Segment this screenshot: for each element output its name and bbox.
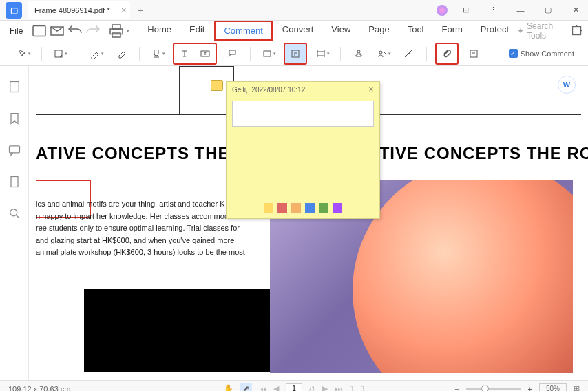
- open-icon[interactable]: [31, 23, 48, 39]
- tab-view[interactable]: View: [323, 21, 359, 41]
- sticky-note-popup: × Geili, 2022/08/07 10:12: [226, 81, 380, 219]
- kebab-menu-icon[interactable]: ⋮: [483, 1, 503, 20]
- zoom-in-button[interactable]: +: [528, 385, 532, 392]
- signature-tool[interactable]: ▾: [374, 45, 393, 63]
- close-window-button[interactable]: ✕: [566, 1, 585, 20]
- notification-icon[interactable]: ⊡: [456, 1, 475, 20]
- tab-tool[interactable]: Tool: [399, 21, 432, 41]
- color-blue[interactable]: [305, 203, 315, 213]
- undo-icon[interactable]: [67, 23, 83, 39]
- zoom-slider-thumb[interactable]: [481, 385, 489, 391]
- select-tool[interactable]: ▾: [14, 45, 33, 63]
- textbox-tool[interactable]: [196, 45, 215, 63]
- highlight-tool[interactable]: ▾: [87, 45, 106, 63]
- note-author: Geili,: [232, 86, 248, 94]
- app-icon: ▢: [6, 2, 22, 19]
- minimize-button[interactable]: —: [511, 1, 530, 20]
- svg-point-18: [10, 209, 17, 216]
- menubar: File ▾ Home Edit Comment Convert View Pa…: [0, 21, 588, 41]
- svg-rect-8: [229, 50, 235, 54]
- svg-rect-0: [33, 25, 45, 36]
- page-total: /1: [309, 385, 315, 392]
- mail-icon[interactable]: [49, 23, 65, 39]
- fit-page-icon[interactable]: ⊞: [574, 384, 580, 391]
- single-page-icon[interactable]: ▯: [349, 384, 353, 391]
- tab-convert[interactable]: Convert: [274, 21, 322, 41]
- document-canvas[interactable]: ▸ ATIVE CONCEPTS THE ROUTE TO CREATIVE C…: [29, 66, 588, 380]
- word-export-badge[interactable]: W: [558, 76, 576, 94]
- prev-page-button[interactable]: ◀: [273, 384, 279, 391]
- note-text-input[interactable]: [232, 101, 374, 127]
- tab-protect[interactable]: Protect: [472, 21, 517, 41]
- area-highlight-tool[interactable]: ▾: [313, 45, 332, 63]
- page-view: ATIVE CONCEPTS THE ROUTE TO CREATIVE CON…: [29, 66, 588, 380]
- comment-list-tool[interactable]: [464, 45, 483, 63]
- share-icon[interactable]: [570, 23, 583, 39]
- color-red[interactable]: [277, 203, 287, 213]
- zoom-level[interactable]: 50%: [539, 383, 567, 392]
- color-green[interactable]: [319, 203, 328, 213]
- print-icon[interactable]: [108, 23, 125, 39]
- note-close-button[interactable]: ×: [366, 85, 377, 96]
- sticky-note-tool[interactable]: [286, 45, 305, 63]
- tab-home[interactable]: Home: [139, 21, 180, 41]
- color-yellow[interactable]: [264, 203, 273, 213]
- last-page-button[interactable]: ⏭: [335, 385, 342, 392]
- hand-tool-icon[interactable]: ✋: [224, 384, 233, 391]
- redo-icon[interactable]: [85, 23, 101, 39]
- color-purple[interactable]: [333, 203, 342, 213]
- tab-form[interactable]: Form: [434, 21, 471, 41]
- tab-edit[interactable]: Edit: [181, 21, 213, 41]
- svg-rect-17: [11, 177, 18, 187]
- print-dropdown[interactable]: ▾: [127, 28, 129, 34]
- svg-point-13: [379, 51, 382, 54]
- search-panel-icon[interactable]: [8, 207, 21, 220]
- note-timestamp: 2022/08/07 10:12: [251, 86, 305, 94]
- svg-rect-11: [317, 52, 324, 56]
- ribbon-tabs: Home Edit Comment Convert View Page Tool…: [139, 21, 517, 41]
- select-tool-icon[interactable]: ⬈: [240, 383, 252, 391]
- ai-assistant-icon[interactable]: [437, 5, 448, 16]
- tab-comment[interactable]: Comment: [214, 21, 272, 41]
- stamp-tool[interactable]: [349, 45, 368, 63]
- text-tools-group: [173, 43, 217, 65]
- show-comment-toggle[interactable]: ✓ Show Comment: [509, 49, 574, 58]
- typewriter-tool[interactable]: [175, 45, 194, 63]
- measure-tool[interactable]: [399, 45, 418, 63]
- first-page-button[interactable]: ⏮: [259, 385, 266, 392]
- bookmarks-icon[interactable]: [8, 112, 21, 125]
- eraser-tool[interactable]: [112, 45, 131, 63]
- attachments-panel-icon[interactable]: [8, 175, 21, 189]
- callout-tool[interactable]: [222, 45, 242, 63]
- svg-rect-2: [112, 25, 120, 29]
- doc-black-rect: [84, 289, 270, 372]
- tab-page[interactable]: Page: [360, 21, 397, 41]
- zoom-out-button[interactable]: −: [454, 385, 459, 392]
- note-color-palette: [227, 203, 379, 213]
- svg-rect-16: [9, 146, 19, 153]
- sticky-note-marker[interactable]: [211, 80, 223, 91]
- left-sidebar: [0, 66, 29, 380]
- search-placeholder: Search Tools: [527, 21, 563, 41]
- checkbox-checked-icon: ✓: [509, 49, 518, 58]
- zoom-slider[interactable]: [466, 388, 521, 390]
- note-tool[interactable]: ▾: [50, 45, 70, 63]
- new-tab-button[interactable]: +: [137, 5, 143, 16]
- search-tools[interactable]: ✦ Search Tools: [517, 21, 563, 41]
- rectangle-tool[interactable]: ▾: [259, 45, 278, 63]
- page-number-input[interactable]: [286, 383, 302, 392]
- file-menu[interactable]: File: [3, 23, 30, 39]
- page-dimensions: 109.12 x 70.63 cm: [8, 385, 71, 392]
- attachment-tool[interactable]: [437, 45, 456, 63]
- continuous-page-icon[interactable]: ▯: [360, 384, 364, 391]
- tab-close-icon[interactable]: ×: [121, 5, 127, 15]
- document-tab[interactable]: Frame 48096914.pdf * ×: [28, 1, 130, 19]
- comments-panel-icon[interactable]: [8, 143, 21, 157]
- underline-tool[interactable]: ▾: [148, 45, 167, 63]
- sphere-graphic: [353, 180, 573, 373]
- next-page-button[interactable]: ▶: [322, 384, 328, 391]
- sticky-note-tool-active: [284, 43, 307, 65]
- color-orange[interactable]: [291, 203, 301, 213]
- maximize-button[interactable]: ▢: [538, 1, 558, 20]
- thumbnails-icon[interactable]: [8, 80, 21, 94]
